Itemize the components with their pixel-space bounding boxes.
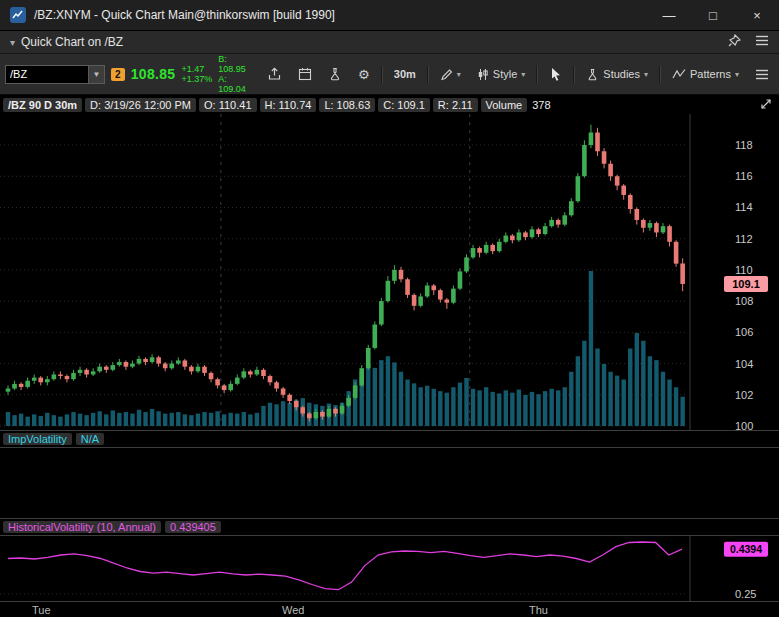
cursor-tool-button[interactable] xyxy=(544,65,567,84)
main-price-chart[interactable]: 118116114112110108106104102100109.1 xyxy=(0,114,779,430)
price-axis-label: 118 xyxy=(735,139,753,151)
flask-button[interactable] xyxy=(323,65,347,84)
volume-label[interactable]: Volume xyxy=(481,98,528,112)
timeframe-label: 30m xyxy=(394,68,416,80)
calendar-button[interactable] xyxy=(293,65,317,84)
price-axis-label: 104 xyxy=(735,358,753,370)
close-button[interactable]: × xyxy=(735,0,779,30)
ohlc-close: C: 109.1 xyxy=(378,98,430,112)
chart-toolbar: ▼ 2 108.85 +1.47 +1.37% B: 108.95 A: 109… xyxy=(0,54,779,95)
change-percent: +1.37% xyxy=(181,74,212,84)
toolbar-separator xyxy=(573,66,575,83)
bid-value: B: 108.95 xyxy=(218,54,256,74)
expand-chart-icon[interactable] xyxy=(759,98,773,113)
minimize-button[interactable]: — xyxy=(647,0,691,30)
symbol-box: ▼ xyxy=(5,65,105,84)
maximize-button[interactable]: □ xyxy=(691,0,735,30)
share-button[interactable] xyxy=(262,65,287,84)
symbol-dropdown-button[interactable]: ▼ xyxy=(88,66,104,83)
gear-icon: ⚙ xyxy=(358,67,370,82)
price-axis-label: 100 xyxy=(735,420,753,430)
chevron-down-icon: ▾ xyxy=(457,70,461,79)
impvolatility-header: ImpVolatility N/A xyxy=(0,430,779,448)
studies-button[interactable]: Studies ▾ xyxy=(581,65,653,84)
studies-label: Studies xyxy=(603,68,640,80)
impvolatility-label[interactable]: ImpVolatility xyxy=(3,433,72,445)
historicalvolatility-value: 0.439405 xyxy=(165,521,221,533)
x-axis-label: Wed xyxy=(282,604,304,616)
historicalvolatility-header: HistoricalVolatility (10, Annual) 0.4394… xyxy=(0,518,779,536)
drawing-tools-button[interactable]: ▾ xyxy=(435,65,466,84)
bid-ask-block: B: 108.95 A: 109.04 xyxy=(218,54,256,94)
change-value: +1.47 xyxy=(181,64,212,74)
impvolatility-panel[interactable] xyxy=(0,448,779,518)
ohlc-low: L: 108.63 xyxy=(319,98,375,112)
toolbar-separator xyxy=(536,66,538,83)
patterns-button[interactable]: Patterns ▾ xyxy=(667,65,744,84)
historicalvolatility-label[interactable]: HistoricalVolatility (10, Annual) xyxy=(3,521,161,533)
timeframe-button[interactable]: 30m xyxy=(389,65,421,84)
title-bar: /BZ:XNYM - Quick Chart Main@thinkorswim … xyxy=(0,0,779,31)
hv-value-tag-text: 0.4394 xyxy=(730,543,762,555)
price-axis-label: 116 xyxy=(735,170,753,182)
hv-axis-label: 0.25 xyxy=(735,588,756,600)
style-label: Style xyxy=(493,68,517,80)
toolbar-separator xyxy=(381,66,383,83)
hv-line xyxy=(8,542,682,590)
chevron-down-icon: ▾ xyxy=(735,70,739,79)
toolbar-separator xyxy=(427,66,429,83)
app-icon xyxy=(10,7,26,23)
chart-symbol-period: /BZ 90 D 30m xyxy=(3,98,82,112)
price-axis-label: 102 xyxy=(735,389,753,401)
historicalvolatility-chart[interactable]: 0.250.4394 xyxy=(0,536,779,601)
x-axis-label: Tue xyxy=(32,604,51,616)
impvolatility-value: N/A xyxy=(76,433,104,445)
volume-bars xyxy=(6,271,685,426)
chevron-down-icon[interactable]: ▾ xyxy=(10,37,15,48)
ohlc-open: O: 110.41 xyxy=(199,98,257,112)
price-axis-label: 108 xyxy=(735,295,753,307)
price-axis-label: 106 xyxy=(735,326,753,338)
ohlc-high: H: 110.74 xyxy=(260,98,317,112)
last-price-tag-text: 109.1 xyxy=(732,278,760,290)
price-axis-label: 112 xyxy=(735,233,753,245)
pin-icon[interactable] xyxy=(728,34,741,50)
patterns-label: Patterns xyxy=(690,68,731,80)
app-window: /BZ:XNYM - Quick Chart Main@thinkorswim … xyxy=(0,0,779,617)
tab-bar: ▾ Quick Chart on /BZ xyxy=(0,31,779,54)
toolbar-menu-icon[interactable] xyxy=(750,65,774,84)
toolbar-separator xyxy=(659,66,661,83)
last-price: 108.85 xyxy=(131,66,176,82)
message-badge[interactable]: 2 xyxy=(111,68,125,81)
ask-value: A: 109.04 xyxy=(218,74,256,94)
ohlc-range: R: 2.11 xyxy=(433,98,478,112)
price-axis-label: 114 xyxy=(735,201,753,213)
settings-button[interactable]: ⚙ xyxy=(353,65,375,84)
chart-area: /BZ 90 D 30m D: 3/19/26 12:00 PM O: 110.… xyxy=(0,95,779,617)
tab-title[interactable]: Quick Chart on /BZ xyxy=(21,35,123,49)
ohlc-date: D: 3/19/26 12:00 PM xyxy=(85,98,196,112)
volume-value: 378 xyxy=(530,99,550,111)
symbol-input[interactable] xyxy=(6,66,88,83)
time-axis: TueWedThu xyxy=(0,601,779,617)
change-block: +1.47 +1.37% xyxy=(181,64,212,84)
panel-menu-icon[interactable] xyxy=(755,35,769,49)
window-title: /BZ:XNYM - Quick Chart Main@thinkorswim … xyxy=(34,8,335,22)
chart-data-header: /BZ 90 D 30m D: 3/19/26 12:00 PM O: 110.… xyxy=(0,95,779,114)
style-button[interactable]: Style ▾ xyxy=(472,65,530,84)
chevron-down-icon: ▾ xyxy=(521,70,525,79)
chevron-down-icon: ▾ xyxy=(644,70,648,79)
x-axis-label: Thu xyxy=(529,604,548,616)
price-axis-label: 110 xyxy=(735,264,753,276)
